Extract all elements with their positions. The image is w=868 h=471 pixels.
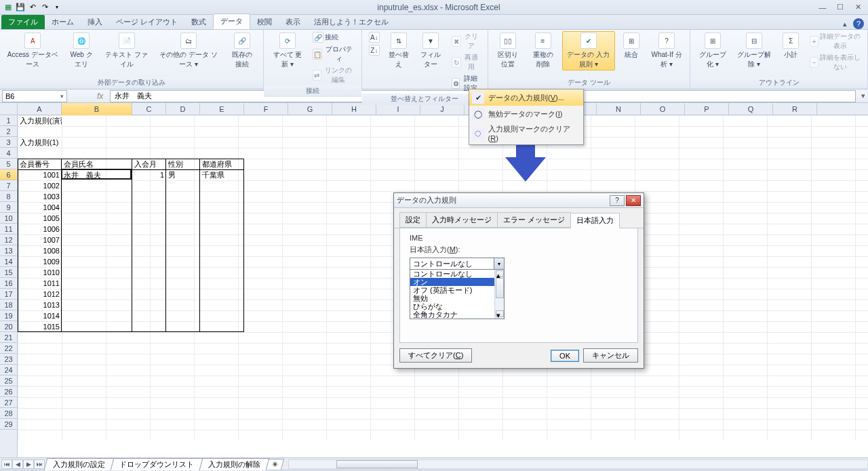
horizontal-scrollbar[interactable]	[288, 459, 868, 469]
row-header-3[interactable]: 3	[0, 137, 17, 148]
dialog-tab-settings[interactable]: 設定	[399, 212, 427, 228]
qat-more-icon[interactable]: ▾	[52, 2, 62, 13]
column-header-G[interactable]: G	[288, 103, 332, 115]
sheet-tab-2[interactable]: ドロップダウンリスト	[111, 458, 203, 470]
column-header-N[interactable]: N	[597, 103, 641, 115]
dialog-tab-error-alert[interactable]: エラー メッセージ	[497, 212, 571, 228]
row-header-2[interactable]: 2	[0, 126, 17, 137]
formula-bar-expand-icon[interactable]: ▾	[859, 91, 868, 100]
row-header-10[interactable]: 10	[0, 213, 17, 224]
ime-option-2[interactable]: オフ (英語モード)	[410, 286, 504, 294]
sheet-tab-1[interactable]: 入力規則の設定	[44, 458, 115, 470]
maximize-icon[interactable]: ☐	[833, 2, 848, 13]
redo-icon[interactable]: ↷	[39, 2, 50, 13]
remove-duplicates-button[interactable]: ≡重複の 削除	[526, 31, 559, 70]
row-header-9[interactable]: 9	[0, 202, 17, 213]
tab-file[interactable]: ファイル	[1, 15, 45, 29]
from-web-button[interactable]: 🌐Web クエリ	[64, 31, 99, 70]
connections-button[interactable]: 🔗接続	[310, 31, 357, 43]
sheet-tab-new[interactable]: ✳	[266, 459, 284, 470]
row-header-19[interactable]: 19	[0, 310, 17, 321]
tab-view[interactable]: 表示	[279, 15, 307, 29]
minimize-ribbon-icon[interactable]: ▴	[840, 18, 850, 29]
ime-option-0[interactable]: コントロールなし	[410, 270, 504, 278]
tab-data[interactable]: データ	[213, 14, 250, 29]
name-box-dropdown-icon[interactable]: ▾	[60, 93, 64, 100]
dialog-close-button[interactable]: ✕	[626, 195, 641, 206]
group-button[interactable]: ⊞グループ化 ▾	[694, 31, 730, 70]
column-header-C[interactable]: C	[132, 103, 166, 115]
row-header-25[interactable]: 25	[0, 375, 17, 386]
ime-option-3[interactable]: 無効	[410, 294, 504, 302]
data-validation-button[interactable]: ✔データの 入力規則 ▾	[562, 31, 615, 70]
column-header-D[interactable]: D	[166, 103, 200, 115]
sheet-nav-first-icon[interactable]: ⏮	[1, 459, 12, 469]
hscroll-thumb[interactable]	[336, 460, 418, 468]
select-all-button[interactable]	[0, 103, 18, 115]
tab-insert[interactable]: 挿入	[81, 15, 109, 29]
tab-extra[interactable]: 活用しよう！エクセル	[307, 15, 395, 29]
row-header-11[interactable]: 11	[0, 224, 17, 234]
subtotal-button[interactable]: Σ小計	[777, 31, 804, 61]
column-header-O[interactable]: O	[641, 103, 685, 115]
menu-data-validation[interactable]: ✔データの入力規則(V)...	[469, 89, 583, 106]
filter-button[interactable]: ▼フィルター	[415, 31, 446, 70]
minimize-icon[interactable]: —	[815, 2, 830, 13]
ok-button[interactable]: OK	[551, 350, 579, 362]
row-header-20[interactable]: 20	[0, 321, 17, 332]
dialog-titlebar[interactable]: データの入力規則 ? ✕	[394, 193, 644, 208]
from-text-button[interactable]: 📄テキスト ファイル	[101, 31, 152, 70]
row-header-13[interactable]: 13	[0, 245, 17, 256]
sort-za-button[interactable]: Z↓	[366, 44, 382, 56]
from-access-button[interactable]: AAccess データベース	[4, 31, 62, 70]
column-header-R[interactable]: R	[773, 103, 817, 115]
menu-circle-invalid[interactable]: ◯無効データのマーク(I)	[469, 106, 583, 122]
column-header-F[interactable]: F	[244, 103, 288, 115]
sheet-nav-last-icon[interactable]: ⏭	[34, 459, 45, 469]
row-header-18[interactable]: 18	[0, 300, 17, 310]
close-icon[interactable]: ✕	[850, 2, 865, 13]
menu-clear-circles[interactable]: ◌入力規則マークのクリア(R)	[469, 122, 583, 144]
existing-connections-button[interactable]: 🔗既存の 接続	[225, 31, 260, 70]
combo-dropdown-icon[interactable]: ▾	[494, 258, 504, 269]
scroll-down-icon[interactable]: ▾	[496, 310, 504, 317]
undo-icon[interactable]: ↶	[27, 2, 38, 13]
row-header-6[interactable]: 6	[0, 169, 17, 180]
row-header-26[interactable]: 26	[0, 386, 17, 397]
row-header-17[interactable]: 17	[0, 289, 17, 300]
tab-formulas[interactable]: 数式	[184, 15, 213, 29]
dialog-help-button[interactable]: ?	[610, 195, 625, 206]
ime-mode-combo[interactable]: コントロールなし ▾	[410, 258, 505, 270]
column-header-A[interactable]: A	[18, 103, 62, 115]
row-header-21[interactable]: 21	[0, 332, 17, 343]
scroll-up-icon[interactable]: ▴	[496, 270, 504, 277]
tab-layout[interactable]: ページ レイアウト	[109, 15, 184, 29]
name-box[interactable]: B6▾	[2, 90, 67, 102]
whatif-button[interactable]: ?What-If 分析 ▾	[648, 31, 686, 70]
row-header-8[interactable]: 8	[0, 191, 17, 202]
ime-option-5[interactable]: 全角カタカナ	[410, 310, 504, 319]
row-header-14[interactable]: 14	[0, 256, 17, 267]
row-header-5[interactable]: 5	[0, 159, 17, 169]
properties-button[interactable]: 📋プロパティ	[310, 44, 357, 64]
cancel-button[interactable]: キャンセル	[583, 348, 638, 363]
listbox-scrollbar[interactable]: ▴ ▾	[494, 270, 504, 319]
sort-button[interactable]: ⇅並べ替え	[385, 31, 412, 70]
tab-review[interactable]: 校閲	[250, 15, 279, 29]
row-header-22[interactable]: 22	[0, 343, 17, 354]
dialog-tab-ime[interactable]: 日本語入力	[570, 213, 620, 228]
scroll-thumb[interactable]	[496, 278, 504, 298]
cell-A1[interactable]: 入力規則(演習)	[18, 115, 62, 126]
row-header-15[interactable]: 15	[0, 267, 17, 278]
sheet-nav-next-icon[interactable]: ▶	[23, 459, 34, 469]
refresh-all-button[interactable]: ⟳すべて 更新 ▾	[268, 31, 307, 70]
row-header-29[interactable]: 29	[0, 419, 17, 430]
row-header-23[interactable]: 23	[0, 354, 17, 365]
fx-icon[interactable]: fx	[93, 91, 107, 101]
tab-home[interactable]: ホーム	[45, 15, 81, 29]
help-icon[interactable]: ?	[853, 18, 864, 29]
row-header-24[interactable]: 24	[0, 365, 17, 375]
cell-A3[interactable]: 入力規則(1) 昇順での 並べ替え	[18, 137, 62, 148]
save-icon[interactable]: 💾	[15, 2, 26, 13]
column-header-B[interactable]: B	[62, 103, 132, 115]
